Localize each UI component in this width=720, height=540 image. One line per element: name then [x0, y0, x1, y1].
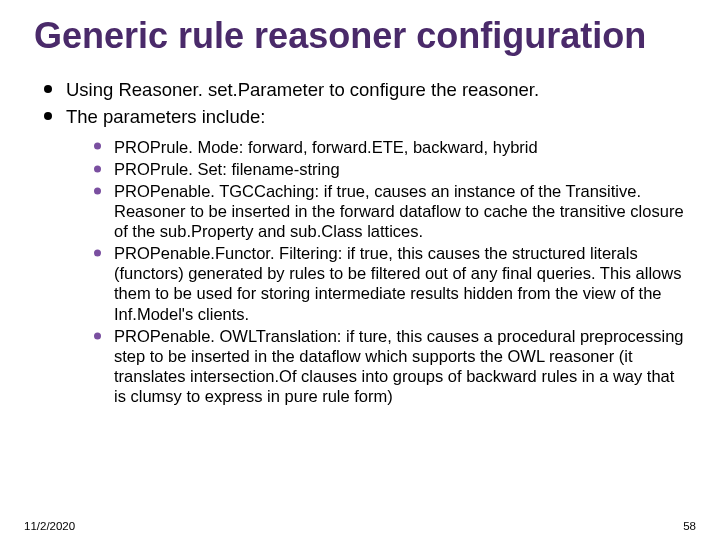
- bullet-item: The parameters include: PROPrule. Mode: …: [40, 105, 686, 406]
- bullet-text: Using Reasoner. set.Parameter to configu…: [66, 79, 539, 100]
- sub-bullet-text: PROPenable. TGCCaching: if true, causes …: [114, 182, 684, 240]
- footer-page-number: 58: [683, 520, 696, 532]
- sub-bullet-text: PROPenable.Functor. Filtering: if true, …: [114, 244, 681, 322]
- bullet-item: Using Reasoner. set.Parameter to configu…: [40, 78, 686, 101]
- sub-bullet-item: PROPrule. Set: filename-string: [90, 159, 686, 179]
- sub-bullet-text: PROPenable. OWLTranslation: if ture, thi…: [114, 327, 684, 405]
- sub-bullet-item: PROPrule. Mode: forward, forward.ETE, ba…: [90, 137, 686, 157]
- slide: Generic rule reasoner configuration Usin…: [0, 0, 720, 540]
- sub-bullet-text: PROPrule. Set: filename-string: [114, 160, 340, 178]
- sub-bullet-item: PROPenable. TGCCaching: if true, causes …: [90, 181, 686, 241]
- sub-bullet-item: PROPenable.Functor. Filtering: if true, …: [90, 243, 686, 324]
- inner-list: PROPrule. Mode: forward, forward.ETE, ba…: [66, 137, 686, 407]
- bullet-text: The parameters include:: [66, 106, 266, 127]
- outer-list: Using Reasoner. set.Parameter to configu…: [34, 78, 686, 406]
- sub-bullet-item: PROPenable. OWLTranslation: if ture, thi…: [90, 326, 686, 407]
- sub-bullet-text: PROPrule. Mode: forward, forward.ETE, ba…: [114, 138, 538, 156]
- slide-title: Generic rule reasoner configuration: [34, 16, 686, 56]
- footer-date: 11/2/2020: [24, 520, 75, 532]
- slide-footer: 11/2/2020 58: [24, 520, 696, 532]
